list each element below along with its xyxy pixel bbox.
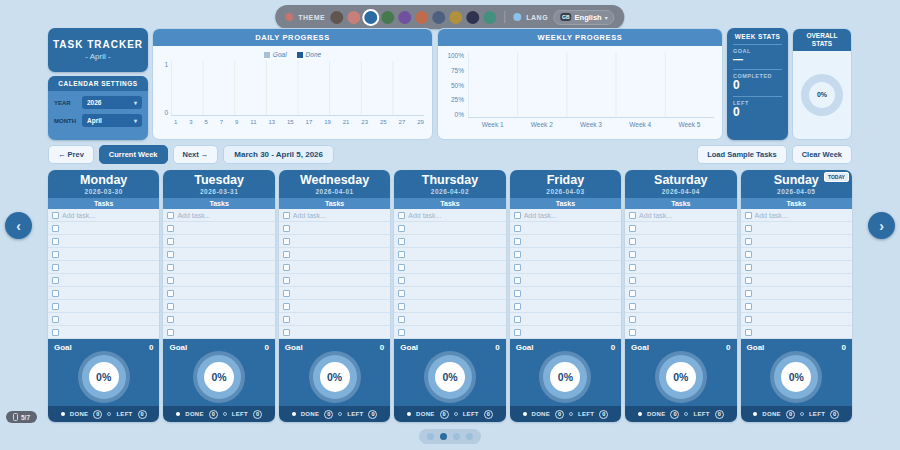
task-checkbox[interactable]	[398, 212, 405, 219]
task-checkbox[interactable]	[398, 264, 405, 271]
task-checkbox[interactable]	[52, 225, 59, 232]
task-checkbox[interactable]	[52, 329, 59, 336]
add-task-input[interactable]	[524, 212, 617, 219]
task-row[interactable]	[625, 274, 736, 287]
task-checkbox[interactable]	[745, 303, 752, 310]
task-row[interactable]	[510, 235, 621, 248]
task-checkbox[interactable]	[52, 238, 59, 245]
theme-color-swatch[interactable]	[330, 11, 343, 24]
current-week-button[interactable]: Current Week	[99, 145, 168, 164]
task-checkbox[interactable]	[398, 277, 405, 284]
task-row[interactable]	[48, 274, 159, 287]
task-checkbox[interactable]	[398, 238, 405, 245]
month-select[interactable]: April ▾	[82, 114, 142, 127]
theme-color-swatch[interactable]	[415, 11, 428, 24]
task-row[interactable]	[48, 313, 159, 326]
task-checkbox[interactable]	[745, 225, 752, 232]
task-checkbox[interactable]	[167, 238, 174, 245]
task-checkbox[interactable]	[398, 251, 405, 258]
task-checkbox[interactable]	[283, 329, 290, 336]
task-row[interactable]	[741, 248, 852, 261]
prev-week-button[interactable]: ← Prev	[48, 145, 94, 164]
task-checkbox[interactable]	[629, 329, 636, 336]
task-checkbox[interactable]	[514, 264, 521, 271]
theme-color-swatch[interactable]	[364, 11, 377, 24]
task-checkbox[interactable]	[52, 290, 59, 297]
task-row[interactable]	[625, 300, 736, 313]
task-checkbox[interactable]	[167, 303, 174, 310]
task-checkbox[interactable]	[629, 225, 636, 232]
task-row[interactable]	[394, 261, 505, 274]
task-row[interactable]	[48, 235, 159, 248]
task-checkbox[interactable]	[398, 225, 405, 232]
add-task-input[interactable]	[408, 212, 501, 219]
task-row[interactable]	[741, 287, 852, 300]
task-row[interactable]	[279, 261, 390, 274]
task-checkbox[interactable]	[514, 212, 521, 219]
task-row[interactable]	[163, 261, 274, 274]
task-row[interactable]	[48, 300, 159, 313]
task-row[interactable]	[394, 235, 505, 248]
task-row[interactable]	[48, 287, 159, 300]
task-checkbox[interactable]	[629, 238, 636, 245]
task-row[interactable]	[394, 222, 505, 235]
add-task-input[interactable]	[177, 212, 270, 219]
task-checkbox[interactable]	[514, 251, 521, 258]
theme-color-swatch[interactable]	[398, 11, 411, 24]
pager-dot[interactable]	[427, 433, 434, 440]
task-row[interactable]	[394, 326, 505, 339]
year-select[interactable]: 2026 ▾	[82, 96, 142, 109]
task-row[interactable]	[625, 235, 736, 248]
task-checkbox[interactable]	[52, 264, 59, 271]
add-task-input[interactable]	[639, 212, 732, 219]
task-checkbox[interactable]	[398, 329, 405, 336]
scroll-right-button[interactable]: ›	[868, 212, 895, 239]
task-checkbox[interactable]	[629, 212, 636, 219]
theme-color-swatch[interactable]	[483, 11, 496, 24]
task-row[interactable]	[741, 300, 852, 313]
clear-week-button[interactable]: Clear Week	[792, 145, 852, 164]
task-checkbox[interactable]	[745, 329, 752, 336]
task-row[interactable]	[48, 248, 159, 261]
pager-dot[interactable]	[440, 433, 447, 440]
theme-color-swatch[interactable]	[381, 11, 394, 24]
task-row[interactable]	[163, 300, 274, 313]
task-row[interactable]	[510, 274, 621, 287]
task-row[interactable]	[279, 300, 390, 313]
task-checkbox[interactable]	[745, 316, 752, 323]
task-checkbox[interactable]	[167, 329, 174, 336]
task-row[interactable]	[510, 222, 621, 235]
task-row[interactable]	[394, 274, 505, 287]
theme-color-swatch[interactable]	[466, 11, 479, 24]
task-checkbox[interactable]	[745, 277, 752, 284]
task-checkbox[interactable]	[283, 316, 290, 323]
task-checkbox[interactable]	[283, 290, 290, 297]
task-row[interactable]	[625, 222, 736, 235]
task-checkbox[interactable]	[745, 264, 752, 271]
task-checkbox[interactable]	[283, 303, 290, 310]
task-checkbox[interactable]	[167, 212, 174, 219]
task-checkbox[interactable]	[167, 225, 174, 232]
task-checkbox[interactable]	[167, 290, 174, 297]
task-row[interactable]	[279, 235, 390, 248]
task-checkbox[interactable]	[745, 212, 752, 219]
task-checkbox[interactable]	[629, 303, 636, 310]
task-checkbox[interactable]	[52, 212, 59, 219]
task-row[interactable]	[163, 326, 274, 339]
add-task-input[interactable]	[755, 212, 848, 219]
task-row[interactable]	[510, 287, 621, 300]
task-checkbox[interactable]	[514, 277, 521, 284]
task-checkbox[interactable]	[629, 290, 636, 297]
task-row[interactable]	[48, 326, 159, 339]
task-checkbox[interactable]	[283, 264, 290, 271]
task-checkbox[interactable]	[629, 251, 636, 258]
task-checkbox[interactable]	[514, 316, 521, 323]
task-row[interactable]	[279, 326, 390, 339]
task-checkbox[interactable]	[745, 290, 752, 297]
task-row[interactable]	[279, 287, 390, 300]
task-checkbox[interactable]	[52, 251, 59, 258]
task-row[interactable]	[163, 248, 274, 261]
task-row[interactable]	[163, 287, 274, 300]
task-row[interactable]	[741, 313, 852, 326]
task-checkbox[interactable]	[167, 251, 174, 258]
